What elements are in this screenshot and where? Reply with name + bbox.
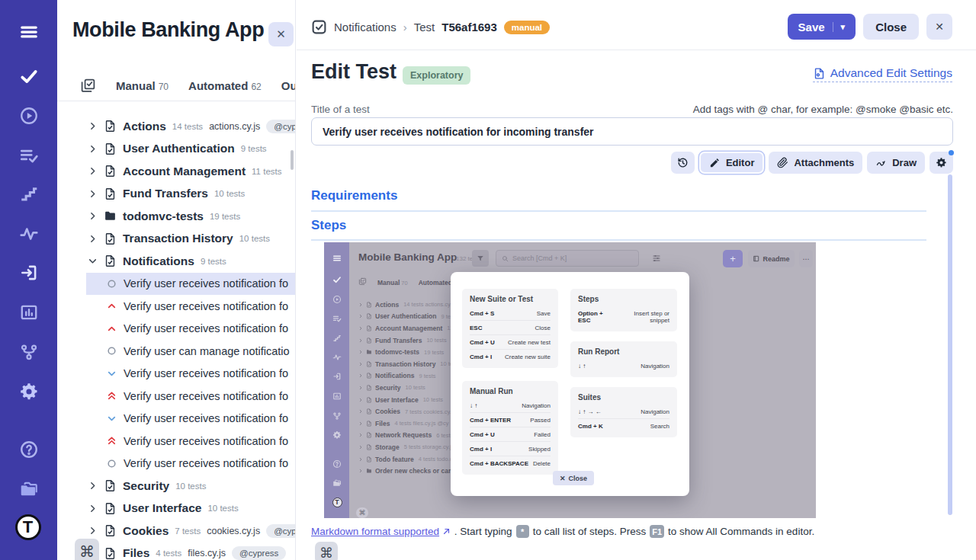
close-button[interactable]: Close	[863, 14, 919, 40]
markdown-supported-link[interactable]: Markdown format supported	[311, 526, 451, 537]
gear-icon[interactable]	[19, 382, 39, 402]
chevron-right-icon[interactable]	[88, 481, 98, 491]
title-field-label: Title of a test	[311, 104, 370, 115]
chevron-right-icon[interactable]	[88, 234, 98, 244]
folders-icon[interactable]	[19, 479, 39, 499]
tree-item-name: Account Management	[123, 165, 246, 178]
menu-icon[interactable]	[18, 22, 40, 42]
chevron-right-icon[interactable]	[88, 526, 98, 536]
tree-row[interactable]: Verify user receives notification fo	[86, 363, 295, 386]
shortcut-row: Cmd + I Skipped	[470, 441, 551, 456]
hint-text-3: to show All Commands in editor.	[668, 526, 814, 537]
tree-item-count: 11 tests	[252, 167, 281, 176]
tree-row[interactable]: Verify user receives notification fo	[86, 408, 295, 430]
tree-row[interactable]: Fund Transfers 10 tests	[57, 183, 295, 206]
save-button[interactable]: Save ▾	[788, 14, 856, 40]
tree-row[interactable]: Verify user receives notification fo	[86, 318, 295, 341]
editor-tab-button[interactable]: Editor	[699, 152, 765, 174]
file-check-icon	[366, 432, 372, 438]
file-check-icon	[366, 397, 372, 403]
editor-settings-button[interactable]	[929, 152, 953, 174]
tree-row[interactable]: Actions 14 tests actions.cy.js @cypress	[57, 115, 295, 138]
chevron-right-icon[interactable]	[88, 504, 98, 514]
app-sidebar: T	[0, 0, 57, 560]
history-button[interactable]	[671, 152, 695, 174]
save-dropdown-caret-icon[interactable]: ▾	[833, 22, 846, 32]
tree-row[interactable]: Account Management 11 tests	[57, 160, 295, 183]
tree-item-tag[interactable]: @cypress	[266, 120, 295, 133]
tree-row[interactable]: todomvc-tests 19 tests	[57, 205, 295, 228]
chevron-right-icon[interactable]	[88, 189, 98, 199]
branch-icon[interactable]	[19, 342, 39, 362]
tree-row[interactable]: Security 10 tests	[57, 475, 295, 498]
advanced-edit-settings-link[interactable]: Advanced Edit Settings	[813, 66, 952, 82]
shortcut-panel: Suites ↓ ↑ → ← Navigation Cmd + K Search	[570, 387, 677, 437]
tree-item-file: files.cy.js	[188, 548, 226, 558]
bar-chart-icon[interactable]	[19, 302, 39, 322]
sliders-icon	[652, 254, 661, 263]
tree-row[interactable]: Transaction History 10 tests	[57, 228, 295, 251]
tree-row[interactable]: Notifications 9 tests	[57, 250, 295, 273]
main-header: Notifications › Test T56af1693 manual Sa…	[297, 0, 976, 50]
tree-scrollbar-thumb[interactable]	[291, 150, 294, 170]
file-check-icon	[104, 120, 117, 133]
draw-tab-button[interactable]: Draw	[867, 152, 925, 174]
play-circle-icon[interactable]	[19, 106, 39, 126]
chevron-right-icon[interactable]	[88, 144, 98, 154]
tree-row[interactable]: Verify user receives notification fo	[86, 273, 295, 296]
tree-row[interactable]: User Authentication 9 tests	[57, 138, 295, 161]
test-title-input[interactable]	[311, 117, 953, 146]
command-shortcut-badge[interactable]: ⌘	[315, 542, 338, 560]
tree-row[interactable]: Verify user receives notification fo	[86, 430, 295, 453]
file-check-icon	[366, 338, 372, 344]
help-icon[interactable]	[19, 440, 39, 459]
tree-row[interactable]: Verify user receives notification fo	[86, 385, 295, 408]
priority-low-icon	[107, 369, 117, 379]
tree-item-tag[interactable]: @cypress	[266, 524, 295, 538]
logo-testomat[interactable]: T	[15, 514, 43, 542]
tree-tab[interactable]: Automated62	[188, 79, 262, 93]
checkbox-icon	[311, 19, 327, 35]
activity-icon	[332, 353, 342, 362]
main-scrollbar-thumb[interactable]	[948, 174, 952, 515]
breadcrumb-section[interactable]: Notifications	[334, 21, 396, 34]
embedded-screenshot: T Mobile Banking App 132 tests Search [C…	[324, 242, 816, 518]
tree-row[interactable]: User Interface 10 tests	[57, 498, 295, 520]
steps-heading[interactable]: Steps	[311, 218, 346, 233]
close-x-icon: ✕	[560, 475, 566, 482]
suite-tree: Actions 14 tests actions.cy.js @cypress …	[57, 115, 295, 560]
priority-critical-icon	[107, 436, 117, 446]
tree-row[interactable]: Verify user receives notification fo	[86, 453, 295, 475]
chevron-right-icon[interactable]	[88, 211, 98, 221]
tests-stack-icon[interactable]	[80, 78, 96, 94]
chevron-right-icon[interactable]	[88, 121, 98, 131]
steps-icon[interactable]	[19, 184, 39, 204]
tree-item-tag[interactable]: @cypress	[232, 546, 286, 560]
folder-icon	[104, 210, 117, 222]
tree-tab[interactable]: Manual70	[116, 79, 169, 93]
tree-tab[interactable]: Ou	[281, 79, 296, 93]
tree-row[interactable]: Verify user can manage notificatio	[86, 340, 295, 363]
chevron-down-icon[interactable]	[88, 256, 98, 266]
list-check-icon[interactable]	[19, 146, 39, 165]
shortcut-row: ESC Close	[470, 320, 551, 334]
breadcrumb-test-label: Test	[414, 21, 435, 34]
shortcut-panel: Steps Option + ESC Insert step or snippe…	[570, 289, 677, 331]
project-tree-panel: Mobile Banking App ✕ Manual70 Automated6…	[57, 0, 296, 560]
attachments-tab-button[interactable]: Attachments	[769, 152, 862, 174]
requirements-heading[interactable]: Requirements	[311, 188, 397, 203]
screenshot-tab: Manual70	[377, 274, 408, 288]
sign-in-icon[interactable]	[19, 263, 39, 283]
shortcut-row: ↓ ↑ Navigation	[470, 398, 551, 412]
activity-icon[interactable]	[19, 224, 39, 244]
screenshot-tab-bar: Manual70 Automated62	[358, 274, 460, 288]
panel-close-button[interactable]: ✕	[268, 22, 294, 46]
chevron-right-icon[interactable]	[88, 166, 98, 176]
tree-item-name: Fund Transfers	[123, 187, 208, 200]
command-shortcut-badge[interactable]: ⌘	[75, 539, 99, 560]
tree-row[interactable]: Verify user receives notification fo	[86, 295, 295, 318]
screenshot-suite-tree: Actions 14 tests actions.cy.js User Auth…	[358, 299, 459, 477]
dismiss-button[interactable]: ✕	[926, 14, 952, 40]
check-icon[interactable]	[19, 66, 39, 86]
tree-item-name: Verify user receives notification fo	[124, 435, 288, 447]
